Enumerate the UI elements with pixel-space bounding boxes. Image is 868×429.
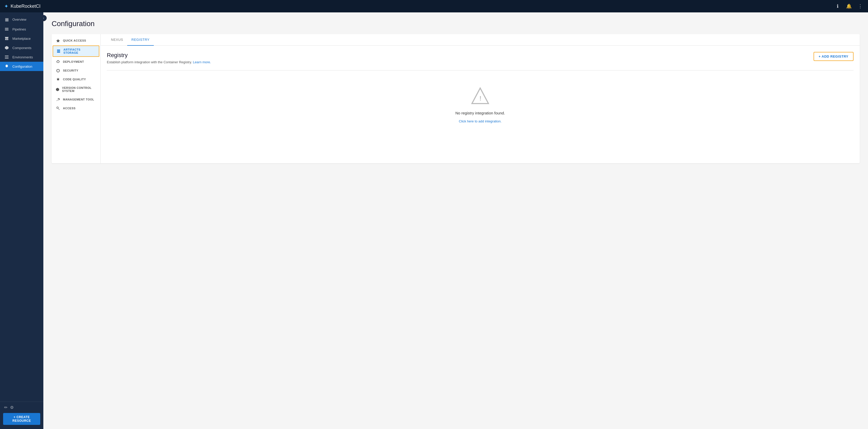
code-quality-icon — [56, 78, 60, 81]
deployment-icon — [56, 60, 60, 63]
sidebar-bottom: ✏ ⚙ — [0, 402, 43, 413]
registry-title: Registry — [107, 52, 211, 59]
logo-icon: ✦ — [4, 3, 8, 9]
add-registry-button[interactable]: + ADD REGISTRY — [813, 52, 854, 61]
svg-text:!: ! — [479, 95, 482, 102]
svg-marker-12 — [56, 88, 59, 91]
registry-content: Registry Establish platform integration … — [101, 46, 860, 163]
tab-nexus[interactable]: NEXUS — [107, 34, 127, 46]
overview-icon: ▦ — [4, 17, 9, 22]
svg-rect-4 — [5, 56, 8, 56]
sidebar-item-components[interactable]: Components — [0, 43, 43, 52]
sidebar-item-label: Components — [12, 46, 31, 50]
subnav-item-label: DEPLOYMENT — [63, 60, 84, 63]
svg-marker-3 — [5, 46, 8, 50]
sidebar-item-label: Pipelines — [12, 27, 26, 31]
tab-nexus-label: NEXUS — [111, 38, 123, 41]
subnav-code-quality[interactable]: CODE QUALITY — [52, 75, 100, 84]
subnav-management-tool[interactable]: MANAGEMENT TOOL — [52, 95, 100, 104]
sidebar-item-environments[interactable]: Environments — [0, 52, 43, 62]
artifacts-storage-icon — [56, 49, 61, 53]
subnav-quick-access[interactable]: QUICK ACCESS — [52, 36, 100, 45]
subnav: QUICK ACCESS ARTIFACTS STORAGE — [52, 34, 101, 163]
notifications-icon[interactable]: 🔔 — [845, 3, 852, 10]
topnav-actions: ℹ 🔔 ⋮ — [834, 3, 864, 10]
tab-registry-label: REGISTRY — [131, 38, 149, 41]
sidebar-nav: ▦ Overview Pipelines — [0, 12, 43, 402]
content-wrapper: QUICK ACCESS ARTIFACTS STORAGE — [52, 34, 860, 163]
subnav-item-label: QUICK ACCESS — [63, 39, 86, 42]
page-title: Configuration — [52, 20, 860, 28]
components-icon — [4, 46, 9, 50]
marketplace-icon — [4, 36, 9, 40]
svg-rect-6 — [5, 58, 8, 59]
subnav-artifacts-storage[interactable]: ARTIFACTS STORAGE — [53, 46, 99, 57]
sidebar: ‹ ▦ Overview Pipelines — [0, 12, 43, 429]
empty-state: ! No registry integration found. Click h… — [107, 70, 854, 139]
tab-registry[interactable]: REGISTRY — [127, 34, 154, 46]
sidebar-item-label: Marketplace — [12, 37, 31, 40]
management-tool-icon — [56, 97, 60, 101]
create-resource-button[interactable]: + CREATE RESOURCE — [3, 413, 40, 425]
edit-icon[interactable]: ✏ — [4, 405, 7, 410]
info-icon[interactable]: ℹ — [834, 3, 841, 10]
subnav-version-control[interactable]: VERSION CONTROL SYSTEM — [52, 84, 100, 95]
subnav-item-label: CODE QUALITY — [63, 78, 86, 81]
subnav-deployment[interactable]: DEPLOYMENT — [52, 57, 100, 66]
empty-state-title: No registry integration found. — [456, 111, 505, 115]
sidebar-item-label: Overview — [12, 18, 26, 22]
svg-rect-0 — [5, 28, 8, 28]
sidebar-item-pipelines[interactable]: Pipelines — [0, 25, 43, 34]
svg-rect-10 — [57, 52, 60, 53]
registry-subtitle: Establish platform integration with the … — [107, 60, 211, 64]
add-registry-label: + ADD REGISTRY — [819, 55, 848, 58]
security-icon — [56, 69, 60, 72]
app-logo: ✦ KubeRocketCI — [4, 3, 834, 9]
sidebar-collapse-button[interactable]: ‹ — [40, 15, 47, 21]
sidebar-item-overview[interactable]: ▦ Overview — [0, 15, 43, 25]
access-icon — [56, 107, 60, 110]
create-resource-label: + CREATE RESOURCE — [7, 415, 37, 423]
version-control-icon — [56, 88, 59, 91]
app-body: ‹ ▦ Overview Pipelines — [0, 12, 868, 429]
main-content: Configuration QUICK ACCESS — [43, 12, 868, 429]
environments-icon — [4, 55, 9, 59]
registry-subtitle-text: Establish platform integration with the … — [107, 60, 192, 64]
settings-icon[interactable]: ⚙ — [10, 405, 14, 410]
svg-marker-7 — [56, 39, 60, 42]
subnav-item-label: ACCESS — [63, 107, 75, 110]
svg-point-11 — [58, 62, 59, 63]
svg-rect-5 — [5, 57, 8, 57]
svg-rect-1 — [5, 29, 8, 29]
subnav-security[interactable]: SECURITY — [52, 66, 100, 75]
svg-rect-2 — [5, 30, 8, 30]
empty-state-link[interactable]: Click here to add integration. — [459, 119, 501, 123]
subnav-item-label: MANAGEMENT TOOL — [63, 98, 94, 101]
learn-more-link[interactable]: Learn more. — [193, 60, 211, 64]
warning-icon: ! — [470, 86, 491, 107]
tabs-bar: NEXUS REGISTRY — [101, 34, 860, 46]
subnav-item-label: SECURITY — [63, 69, 79, 72]
pipelines-icon — [4, 27, 9, 31]
svg-rect-9 — [57, 51, 60, 52]
subnav-item-label: ARTIFACTS STORAGE — [63, 48, 96, 54]
registry-header: Registry Establish platform integration … — [107, 52, 854, 64]
more-menu-icon[interactable]: ⋮ — [857, 3, 864, 10]
quick-access-icon — [56, 39, 60, 42]
subnav-item-label: VERSION CONTROL SYSTEM — [62, 86, 96, 92]
registry-title-section: Registry Establish platform integration … — [107, 52, 211, 64]
topnav: ✦ KubeRocketCI ℹ 🔔 ⋮ — [0, 0, 868, 12]
sidebar-item-configuration[interactable]: Configuration — [0, 62, 43, 71]
configuration-icon — [4, 64, 9, 68]
sidebar-item-label: Configuration — [12, 64, 32, 68]
app-name: KubeRocketCI — [10, 4, 40, 9]
sidebar-item-marketplace[interactable]: Marketplace — [0, 34, 43, 43]
subnav-access[interactable]: ACCESS — [52, 104, 100, 113]
right-panel: NEXUS REGISTRY Registry Establish platfo… — [101, 34, 860, 163]
sidebar-item-label: Environments — [12, 55, 33, 59]
svg-rect-8 — [57, 50, 60, 50]
